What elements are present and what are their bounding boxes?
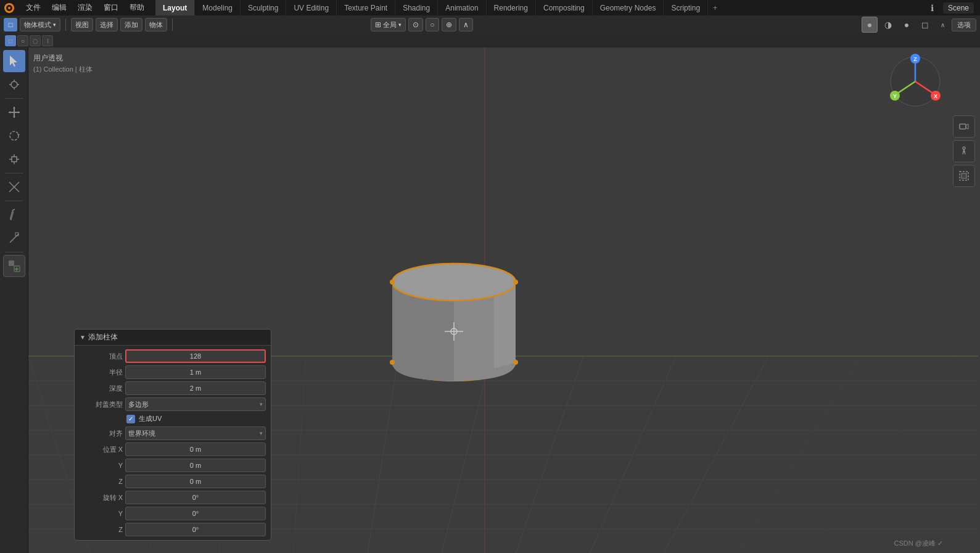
cap-fill-dropdown[interactable]: 多边形 ▾	[125, 397, 266, 411]
viewport-shading-wireframe[interactable]: ◻	[917, 17, 933, 33]
viewport-3d[interactable]: 用户透视 (1) Collection | 柱体	[28, 48, 980, 553]
svg-line-28	[12, 209, 15, 210]
viewport-shading-solid[interactable]: ●	[862, 17, 878, 33]
transform-btn[interactable]: ⊕	[442, 18, 456, 31]
tab-add[interactable]: +	[708, 0, 722, 15]
tab-compositing[interactable]: Compositing	[536, 0, 593, 15]
field-radius: 半径	[75, 364, 271, 380]
proportional-btn[interactable]: ○	[426, 18, 439, 31]
field-vertices: 顶点	[75, 348, 271, 364]
svg-marker-20	[17, 134, 20, 136]
tool-measure[interactable]	[3, 227, 25, 249]
select-extra-icon[interactable]: ⁝	[42, 35, 53, 46]
select-box-icon[interactable]: □	[5, 35, 16, 46]
svg-point-2	[8, 7, 10, 9]
tab-layout[interactable]: Layout	[155, 0, 195, 15]
left-tool-sep-2	[5, 173, 23, 173]
tab-rendering[interactable]: Rendering	[487, 0, 536, 15]
position-x-input[interactable]	[125, 443, 266, 456]
cylinder-object[interactable]	[386, 239, 522, 389]
position-z-label: Z	[80, 478, 123, 485]
position-x-label: 位置 X	[80, 445, 123, 454]
rotation-y-input[interactable]	[125, 507, 266, 520]
global-dropdown[interactable]: ⊞ 全局 ▾	[371, 18, 406, 31]
scene-selector[interactable]: Scene	[943, 2, 974, 14]
rotation-x-label: 旋转 X	[80, 493, 123, 502]
tool-move[interactable]	[3, 101, 25, 123]
select-circle-icon[interactable]: ○	[17, 35, 28, 46]
select-menu[interactable]: 选择	[96, 18, 118, 31]
vertices-input[interactable]	[125, 349, 266, 363]
topbar-right: ℹ Scene	[926, 1, 980, 15]
generate-uv-checkbox[interactable]: ✓	[126, 415, 135, 423]
add-overlay[interactable]: ∧	[936, 18, 949, 31]
generate-uv-label: 生成UV	[139, 414, 162, 423]
menu-render[interactable]: 渲染	[73, 1, 97, 14]
camera-btn[interactable]	[953, 115, 975, 138]
svg-rect-88	[961, 173, 966, 178]
menu-window[interactable]: 窗口	[99, 1, 123, 14]
viewport-shading-material[interactable]: ◑	[880, 17, 896, 33]
extra-btn[interactable]: ∧	[459, 18, 473, 31]
panel-body: 顶点 半径 深度 封盖类型 多边形 ▾	[75, 346, 271, 540]
tab-geometry-nodes[interactable]: Geometry Nodes	[593, 0, 664, 15]
align-dropdown[interactable]: 世界环境 ▾	[125, 426, 266, 440]
rotation-x-input[interactable]	[125, 491, 266, 504]
snap-btn[interactable]: ⊙	[408, 18, 423, 31]
render-region-btn[interactable]	[953, 165, 975, 187]
select-lasso-icon[interactable]: ◌	[30, 35, 41, 46]
tool-rotate[interactable]	[3, 125, 25, 147]
menu-help[interactable]: 帮助	[125, 1, 149, 14]
tab-sculpting[interactable]: Sculpting	[241, 0, 286, 15]
svg-point-86	[963, 147, 965, 149]
svg-marker-16	[13, 116, 15, 118]
left-tool-sep-3	[5, 201, 23, 201]
rotation-z-input[interactable]	[125, 523, 266, 536]
topbar-icon-info[interactable]: ℹ	[926, 1, 939, 15]
panel-header[interactable]: ▼ 添加柱体	[75, 330, 271, 346]
viewport-shading-render[interactable]: ●	[899, 17, 915, 33]
add-cylinder-panel: ▼ 添加柱体 顶点 半径 深度	[74, 329, 271, 541]
field-position-x: 位置 X	[75, 441, 271, 457]
toolbar-right: ● ◑ ● ◻ ∧ 选项	[862, 17, 976, 33]
tab-uv-editing[interactable]: UV Editing	[286, 0, 337, 15]
tab-modeling[interactable]: Modeling	[195, 0, 241, 15]
tool-annotate[interactable]	[3, 204, 25, 226]
object-menu[interactable]: 物体	[145, 18, 167, 31]
tool-cursor[interactable]	[3, 73, 25, 96]
viewport-info: 用户透视 (1) Collection | 柱体	[33, 52, 93, 75]
viewport-side-buttons	[953, 115, 975, 187]
tab-shading[interactable]: Shading	[395, 0, 438, 15]
field-position-y: Y	[75, 457, 271, 473]
mode-icon: □	[4, 18, 17, 31]
menu-edit[interactable]: 编辑	[47, 1, 72, 14]
walk-btn[interactable]	[953, 140, 975, 162]
svg-marker-17	[9, 111, 10, 114]
left-tool-sep-1	[5, 98, 23, 99]
position-z-input[interactable]	[125, 475, 266, 488]
position-y-input[interactable]	[125, 459, 266, 472]
field-rotation-y: Y	[75, 505, 271, 522]
add-menu[interactable]: 添加	[120, 18, 142, 31]
depth-label: 深度	[80, 384, 123, 393]
options-button[interactable]: 选项	[952, 19, 976, 31]
tab-texture-paint[interactable]: Texture Paint	[337, 0, 395, 15]
mode-dropdown[interactable]: 物体模式 ▾	[20, 18, 60, 31]
blender-logo	[0, 0, 19, 15]
view-menu[interactable]: 视图	[71, 18, 93, 31]
tab-animation[interactable]: Animation	[438, 0, 486, 15]
svg-point-72	[390, 360, 395, 365]
svg-point-66	[395, 265, 513, 299]
tool-scale[interactable]	[3, 148, 25, 170]
tool-transform[interactable]	[3, 176, 25, 198]
radius-input[interactable]	[125, 365, 266, 379]
svg-rect-32	[9, 260, 14, 266]
tool-add-object[interactable]	[3, 255, 25, 277]
svg-marker-18	[18, 111, 20, 114]
collection-info: (1) Collection | 柱体	[33, 64, 93, 75]
tool-select[interactable]	[3, 50, 25, 72]
radius-label: 半径	[80, 368, 123, 377]
menu-file[interactable]: 文件	[21, 1, 46, 14]
depth-input[interactable]	[125, 381, 266, 395]
tab-scripting[interactable]: Scripting	[664, 0, 708, 15]
